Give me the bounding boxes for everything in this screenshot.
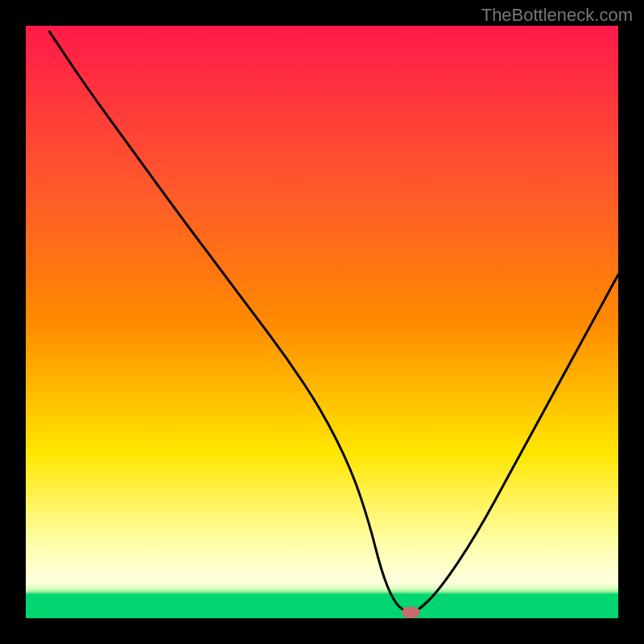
chart-svg [0,0,644,644]
watermark-text: TheBottleneck.com [481,5,633,26]
plot-background [26,26,618,618]
optimum-marker [402,607,419,618]
chart-container: TheBottleneck.com [0,0,644,644]
